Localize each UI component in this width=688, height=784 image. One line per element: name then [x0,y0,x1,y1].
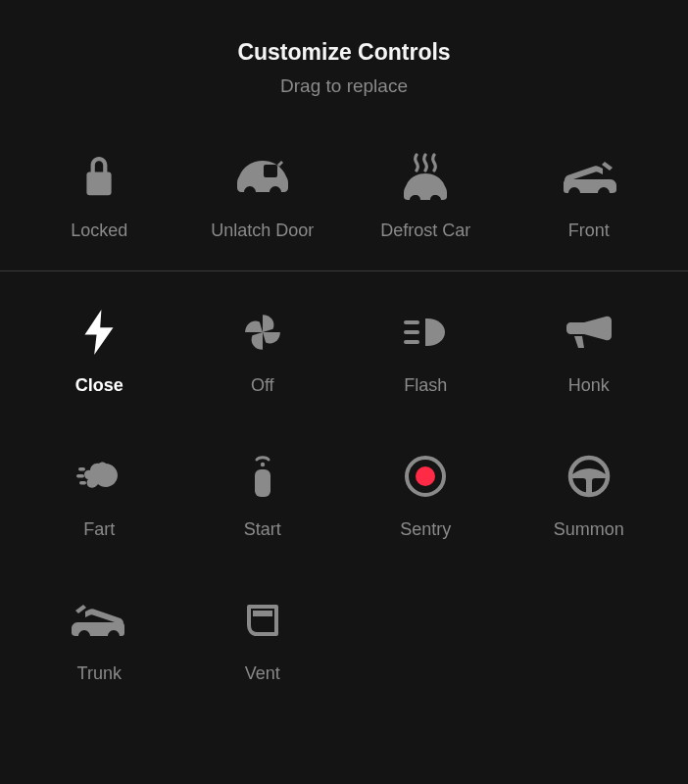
frunk-icon [560,150,618,205]
control-locked[interactable]: Locked [18,150,181,241]
sentry-icon [404,449,447,504]
svg-rect-8 [255,469,270,497]
control-honk[interactable]: Honk [508,305,671,396]
control-close[interactable]: Close [18,305,181,396]
steering-icon [567,449,611,504]
fart-icon [76,449,122,504]
svg-rect-0 [264,165,277,177]
keyfob-icon [250,449,275,504]
svg-point-10 [416,466,435,486]
control-label: Honk [568,375,610,396]
control-fart[interactable]: Fart [18,449,181,540]
control-sentry[interactable]: Sentry [344,449,508,540]
control-label: Front [568,220,610,241]
bolt-icon [84,305,114,360]
vent-icon [243,593,282,648]
header: Customize Controls Drag to replace [0,0,688,124]
page-subtitle: Drag to replace [0,75,688,97]
lock-icon [82,150,116,205]
control-label: Start [244,519,281,540]
control-trunk[interactable]: Trunk [18,593,181,684]
control-label: Close [75,375,123,396]
control-label: Defrost Car [380,220,470,241]
svg-rect-5 [76,474,84,478]
svg-rect-6 [79,481,86,485]
svg-point-7 [261,463,265,466]
control-start[interactable]: Start [181,449,345,540]
control-label: Locked [71,220,127,241]
control-off[interactable]: Off [181,305,345,396]
svg-rect-12 [253,611,272,616]
page-title: Customize Controls [0,39,688,66]
svg-rect-4 [78,467,85,471]
control-defrost-car[interactable]: Defrost Car [344,150,508,241]
control-label: Flash [404,375,447,396]
headlight-icon [400,305,451,360]
control-flash[interactable]: Flash [344,305,508,396]
control-label: Fart [83,519,115,540]
svg-rect-3 [404,340,419,344]
control-label: Trunk [77,663,122,684]
top-row: Locked Unlatch Door Defrost Car [0,124,688,270]
svg-rect-2 [404,330,419,334]
control-vent[interactable]: Vent [181,593,345,684]
control-front[interactable]: Front [508,150,671,241]
trunk-icon [70,593,128,648]
controls-grid: Close Off Flash [0,271,688,684]
defrost-icon [398,150,453,205]
control-label: Summon [554,519,624,540]
control-unlatch-door[interactable]: Unlatch Door [181,150,345,241]
car-door-icon [232,150,293,205]
control-label: Off [251,375,274,396]
fan-icon [242,305,283,360]
control-label: Sentry [400,519,451,540]
control-label: Unlatch Door [211,220,314,241]
control-label: Vent [245,663,280,684]
control-summon[interactable]: Summon [508,449,671,540]
svg-rect-1 [404,320,419,324]
horn-icon [565,305,614,360]
